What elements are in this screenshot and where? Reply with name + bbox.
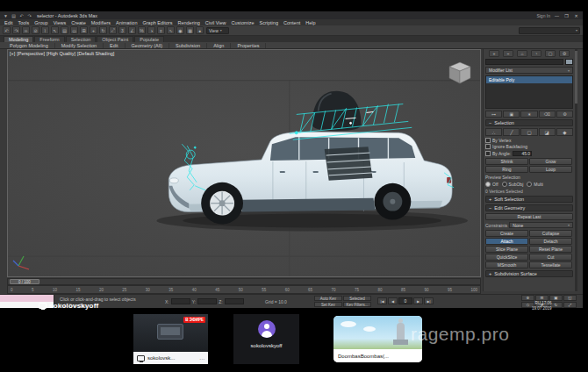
edit-geometry-button[interactable]: MSmooth [485, 261, 528, 268]
ribbon-tab[interactable]: Object Paint [97, 36, 133, 42]
select-move-icon[interactable]: + [90, 26, 97, 34]
menu-item[interactable]: Content [283, 20, 300, 25]
set-key-button[interactable]: Set Key [314, 302, 342, 307]
redo-icon[interactable]: ↷ [12, 26, 20, 34]
object-name-field[interactable] [485, 59, 563, 65]
auto-key-button[interactable]: Auto Key [314, 296, 342, 301]
select-by-name-icon[interactable]: ▤ [61, 26, 68, 34]
modifier-stack-item[interactable]: Editable Poly [486, 76, 572, 83]
soft-selection-rollout-header[interactable]: + Soft Selection [485, 196, 573, 203]
select-scale-icon[interactable]: ⤢ [109, 26, 117, 34]
select-link-icon[interactable]: ∞ [22, 26, 30, 34]
radio-option[interactable]: Off [485, 182, 498, 187]
edit-geometry-rollout-header[interactable]: − Edit Geometry [485, 204, 573, 211]
ribbon-section[interactable]: Properties [231, 43, 266, 48]
menu-item[interactable]: Graph Editors [143, 20, 173, 25]
time-slider[interactable]: 0 / 100 [7, 278, 481, 285]
ribbon-section[interactable]: Align [207, 43, 231, 48]
edge-subobject-icon[interactable]: ╱ [503, 128, 520, 136]
subdivision-surface-rollout-header[interactable]: + Subdivision Surface [485, 270, 573, 277]
tray-date[interactable]: 19.07.2019 [532, 306, 552, 311]
object-color-swatch[interactable] [565, 59, 573, 65]
angle-snap-icon[interactable]: ∠ [128, 26, 136, 34]
repeat-last-button[interactable]: Repeat Last [485, 213, 573, 220]
selection-button[interactable]: Shrink [485, 158, 528, 165]
viewport-canvas[interactable] [8, 50, 480, 276]
edit-geometry-button[interactable]: QuickSlice [485, 254, 528, 261]
menu-item[interactable]: Scripting [260, 20, 278, 25]
minimize-icon[interactable]: — [553, 13, 561, 18]
close-icon[interactable]: ✕ [572, 13, 580, 18]
menu-item[interactable]: Views [54, 20, 67, 25]
by-angle-checkbox[interactable]: By Angle: [485, 151, 511, 156]
viewport-shading-menu[interactable]: [Default Shading] [77, 51, 114, 56]
link-preview-card[interactable]: DoombasBoombas(... [333, 316, 422, 362]
menu-item[interactable]: Modifiers [91, 20, 111, 25]
viewport-general-menu[interactable]: [+] [10, 51, 15, 56]
radio-option[interactable]: Multi [527, 182, 543, 187]
curve-editor-icon[interactable]: ∿ [167, 26, 175, 34]
window-crossing-icon[interactable]: ⊞ [80, 26, 88, 34]
ribbon-section[interactable]: Subdivision [169, 43, 207, 48]
selection-region-icon[interactable]: ▭ [70, 26, 78, 34]
edit-geometry-button[interactable]: Attach [485, 238, 528, 245]
viewport-quality-menu[interactable]: [High Quality] [47, 51, 75, 56]
menu-item[interactable]: Group [34, 20, 47, 25]
zoom-region-icon[interactable]: ◱ [563, 295, 577, 301]
viewport[interactable]: [+][Perspective][High Quality][Default S… [7, 49, 481, 277]
radio-option[interactable]: SubObj [502, 182, 524, 187]
go-to-end-icon[interactable]: ▶| [424, 297, 434, 304]
show-end-result-icon[interactable]: ▣ [503, 111, 520, 118]
menu-item[interactable]: Edit [4, 20, 12, 25]
menu-item[interactable]: Rendering [177, 20, 199, 25]
maximize-viewport-icon[interactable]: ⤢ [563, 302, 577, 308]
polygon-subobject-icon[interactable]: ◪ [539, 128, 556, 136]
selection-button[interactable]: Ring [485, 166, 528, 173]
ribbon-tab[interactable]: Selection [66, 36, 97, 42]
key-filters-button[interactable]: Key Filters... [343, 302, 371, 307]
modify-tab-icon[interactable]: ⌁ [503, 50, 513, 57]
vertex-subobject-icon[interactable]: ∴ [485, 128, 502, 136]
ribbon-section[interactable]: Geometry (All) [125, 43, 169, 48]
zoom-extents-icon[interactable]: ▣ [549, 295, 563, 301]
app-menu-icon[interactable]: ▼ [3, 13, 9, 18]
menu-item[interactable]: Create [71, 20, 86, 25]
render-icon[interactable]: ● [196, 26, 204, 34]
ribbon-section[interactable]: Edit [104, 43, 125, 48]
previous-frame-icon[interactable]: ◀ [388, 297, 398, 304]
create-tab-icon[interactable]: + [489, 50, 499, 57]
save-icon[interactable]: ▤ [11, 13, 17, 18]
named-selection-set-dropdown[interactable]: ▾ [519, 27, 580, 34]
play-icon[interactable]: ▶ [413, 297, 423, 304]
menu-item[interactable]: Tools [18, 20, 29, 25]
tray-clock[interactable]: 17:06 [541, 301, 551, 305]
edit-geometry-button[interactable]: Reset Plane [529, 246, 572, 253]
display-tab-icon[interactable]: ▢ [545, 50, 556, 57]
percent-snap-icon[interactable]: % [138, 26, 146, 34]
material-editor-icon[interactable]: ◉ [176, 26, 184, 34]
snap-toggle-icon[interactable]: 3 [118, 26, 126, 34]
menu-item[interactable]: Animation [116, 20, 137, 25]
edit-geometry-button[interactable]: Tessellate [529, 261, 572, 268]
listener-macro-line[interactable] [0, 295, 54, 302]
current-frame-field[interactable]: 0 [398, 297, 412, 304]
reference-coordinate-dropdown[interactable]: View ▾ [206, 27, 229, 34]
remove-modifier-icon[interactable]: ⌫ [539, 111, 556, 118]
z-coordinate-field[interactable] [225, 298, 244, 304]
selection-rollout-header[interactable]: − Selection [485, 119, 573, 126]
hierarchy-tab-icon[interactable]: ⌂ [517, 50, 527, 57]
menu-item[interactable]: Customize [232, 20, 255, 25]
sign-in-button[interactable]: Sign In [536, 13, 550, 18]
go-to-start-icon[interactable]: |◀ [377, 297, 387, 304]
y-coordinate-field[interactable] [197, 298, 217, 304]
ribbon-tab[interactable]: Populate [134, 36, 164, 42]
stream-thumbnail-card[interactable]: В ЭФИРЕ sokolovsk... ⋯ [133, 314, 208, 364]
ribbon-tab[interactable]: Freeform [34, 36, 64, 42]
selection-button[interactable]: Grow [529, 158, 572, 165]
time-slider-handle[interactable]: 0 / 100 [10, 279, 39, 284]
angle-value-field[interactable]: 45.0 [513, 151, 532, 156]
render-setup-icon[interactable]: ▦ [186, 26, 194, 34]
menu-item[interactable]: Help [305, 20, 315, 25]
menu-item[interactable]: Civil View [205, 20, 226, 25]
unlink-icon[interactable]: ⊘ [32, 26, 39, 34]
